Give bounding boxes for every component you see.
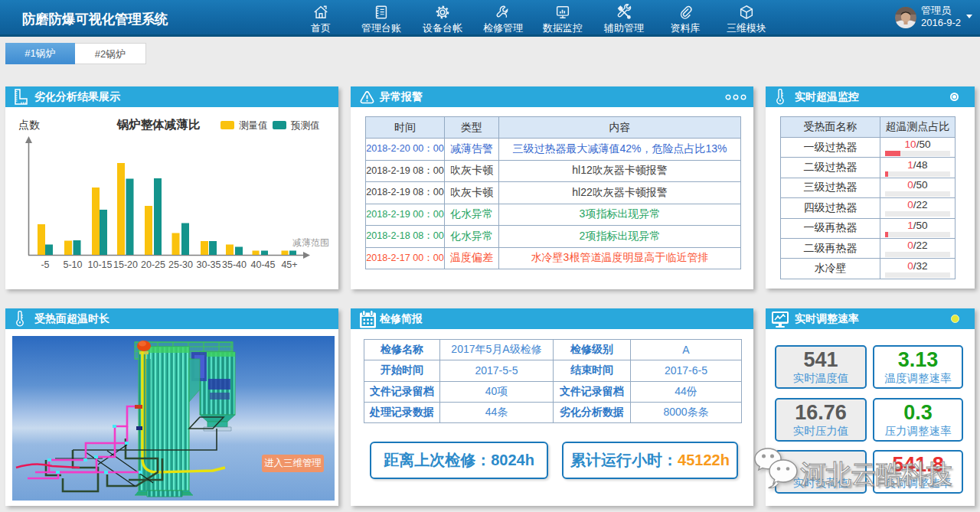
svg-text:预测值: 预测值 xyxy=(290,120,320,131)
svg-text:40-45: 40-45 xyxy=(251,259,276,270)
svg-text:15-20: 15-20 xyxy=(113,259,138,270)
svg-text:点数: 点数 xyxy=(18,119,40,131)
svg-text:减薄范围: 减薄范围 xyxy=(292,237,329,248)
svg-text:5-10: 5-10 xyxy=(63,259,82,270)
svg-text:45+: 45+ xyxy=(281,259,297,270)
svg-text:-5: -5 xyxy=(41,259,49,270)
svg-text:25-30: 25-30 xyxy=(168,259,193,270)
svg-text:测量值: 测量值 xyxy=(239,120,268,131)
svg-text:30-35: 30-35 xyxy=(197,259,221,270)
svg-text:20-25: 20-25 xyxy=(141,259,165,270)
svg-text:锅炉整体减薄比: 锅炉整体减薄比 xyxy=(116,118,201,131)
svg-text:10-15: 10-15 xyxy=(88,259,113,270)
svg-text:35-40: 35-40 xyxy=(222,259,247,270)
